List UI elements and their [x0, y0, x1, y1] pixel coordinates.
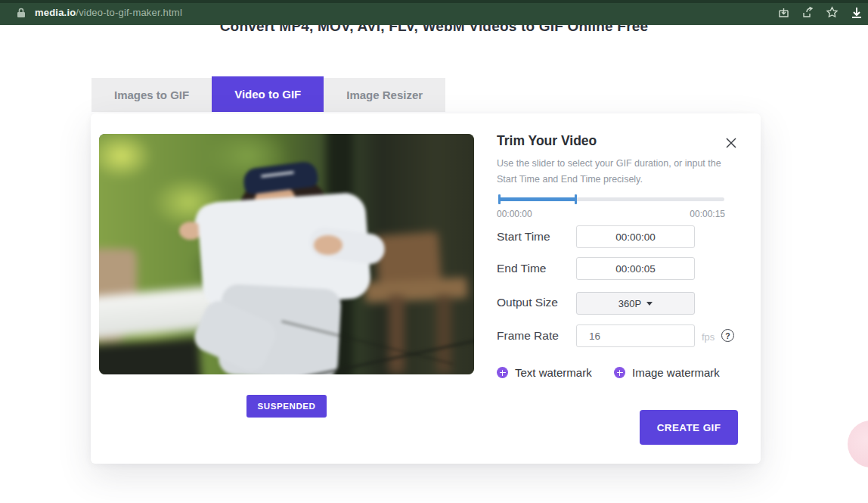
add-text-watermark-link[interactable]: Text watermark	[497, 366, 592, 379]
tab-image-resizer[interactable]: Image Resizer	[324, 78, 445, 112]
close-icon[interactable]	[724, 136, 738, 150]
install-app-icon[interactable]	[777, 6, 790, 19]
chevron-down-icon	[646, 302, 653, 306]
start-time-input[interactable]	[576, 225, 695, 248]
output-size-value: 360P	[618, 298, 641, 309]
url-domain: media.io	[35, 7, 76, 18]
output-size-label: Output Size	[497, 296, 558, 309]
slider-start-time: 00:00:00	[497, 209, 532, 219]
trim-description: Use the slider to select your GIF durati…	[497, 156, 730, 187]
trim-slider-end-handle[interactable]	[575, 194, 577, 204]
end-time-label: End Time	[497, 262, 546, 275]
slider-end-time: 00:00:15	[690, 209, 725, 219]
frame-rate-help-icon[interactable]: ?	[721, 329, 734, 342]
person-hand-right	[314, 235, 343, 255]
plus-circle-icon	[497, 367, 508, 378]
tool-tabs: Images to GIF Video to GIF Image Resizer	[91, 78, 445, 112]
ssl-lock-icon[interactable]	[17, 8, 26, 18]
frame-rate-input[interactable]	[576, 324, 695, 347]
trim-panel-title: Trim Your Video	[497, 133, 597, 149]
window-top-strip	[0, 0, 868, 3]
trim-slider-selected-range[interactable]	[499, 197, 575, 201]
download-icon[interactable]	[850, 6, 863, 20]
bookmark-star-icon[interactable]	[826, 6, 839, 19]
suspended-status-button[interactable]: SUSPENDED	[246, 395, 327, 418]
end-time-input[interactable]	[576, 257, 695, 280]
start-time-label: Start Time	[497, 230, 550, 244]
url-text[interactable]: media.io/video-to-gif-maker.html	[35, 7, 182, 18]
tab-images-to-gif[interactable]: Images to GIF	[91, 78, 212, 112]
slider-time-labels: 00:00:00 00:00:15	[497, 209, 725, 219]
tab-video-to-gif[interactable]: Video to GIF	[212, 76, 324, 112]
chat-widget-button[interactable]	[848, 421, 868, 467]
url-path: /video-to-gif-maker.html	[76, 7, 182, 18]
trim-slider-start-handle[interactable]	[498, 194, 501, 204]
video-preview[interactable]	[99, 134, 474, 374]
text-watermark-label: Text watermark	[515, 366, 592, 379]
preview-subject	[99, 134, 474, 374]
fps-unit-label: fps	[702, 331, 715, 343]
trim-slider-track[interactable]	[499, 197, 724, 201]
plus-circle-icon	[614, 367, 625, 378]
create-gif-button[interactable]: CREATE GIF	[640, 410, 738, 445]
frame-rate-label: Frame Rate	[497, 329, 559, 343]
image-watermark-label: Image watermark	[632, 366, 720, 379]
output-size-select[interactable]: 360P	[576, 292, 695, 315]
browser-address-bar[interactable]: media.io/video-to-gif-maker.html	[0, 0, 868, 25]
video-to-gif-card: SUSPENDED Trim Your Video Use the slider…	[91, 113, 761, 464]
share-icon[interactable]	[801, 6, 814, 19]
add-image-watermark-link[interactable]: Image watermark	[614, 366, 720, 379]
